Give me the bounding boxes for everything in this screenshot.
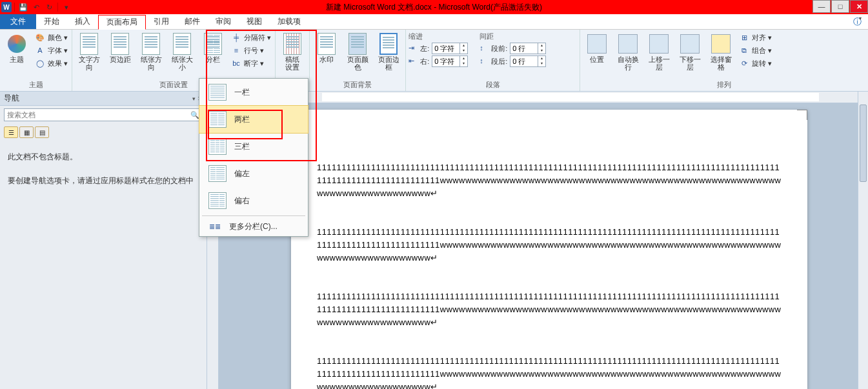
quick-access-toolbar: W 💾 ↶ ↻ ▾ [0,1,72,13]
tab-references[interactable]: 引用 [146,14,177,29]
breaks-button[interactable]: ╪分隔符 ▾ [230,32,272,43]
undo-icon[interactable]: ↶ [30,1,42,13]
title-bar: W 💾 ↶ ↻ ▾ 新建 Microsoft Word 文档.docx - Mi… [0,0,868,14]
watermark-button[interactable]: 水印 [312,32,341,65]
tab-page-layout[interactable]: 页面布局 [98,15,146,30]
spacing-after-spinner[interactable]: ▴▾ [510,55,546,67]
group-page-background: 水印 页面颜色 页面边框 页面背景 [310,30,406,91]
qat-dropdown-icon[interactable]: ▾ [61,1,72,13]
window-title: 新建 Microsoft Word 文档.docx - Microsoft Wo… [326,2,542,13]
indent-left-input[interactable] [432,45,459,52]
position-button[interactable]: 位置 [583,32,611,65]
align-button[interactable]: ⊞对齐 ▾ [738,32,773,43]
nav-view-pages-button[interactable]: ▦ [19,126,34,138]
nav-search-input[interactable]: 搜索文档🔍 [4,108,203,121]
tab-home[interactable]: 开始 [36,14,67,29]
theme-fonts-button[interactable]: A字体 ▾ [34,45,69,56]
text-direction-button[interactable]: 文字方向 [75,32,103,73]
page-color-button[interactable]: 页面颜色 [343,32,372,73]
close-button[interactable]: ✕ [850,0,868,13]
columns-more-item[interactable]: ≣≣更多分栏(C)... [199,217,308,236]
spacing-before-row: ↕段前: ▴▾ [479,43,546,54]
indent-left-row: ⇥左: ▴▾ [409,43,468,54]
themes-button[interactable]: 主题 [3,32,31,65]
columns-left-item[interactable]: 偏左 [199,160,308,187]
redo-icon[interactable]: ↻ [43,1,55,13]
save-icon[interactable]: 💾 [17,1,29,13]
vertical-scrollbar[interactable] [858,92,868,389]
tab-view[interactable]: 视图 [239,14,270,29]
spacing-header: 间距 [479,32,546,41]
group-label-paragraph: 段落 [409,79,577,91]
nav-empty-message: 此文档不包含标题。 要创建导航选项卡，请通过应用标题样式在您的文档中 [0,141,207,197]
indent-header: 缩进 [409,32,468,41]
indent-right-spinner[interactable]: ▴▾ [432,55,468,67]
orientation-button[interactable]: 纸张方向 [137,32,165,73]
wrap-text-button[interactable]: 自动换行 [614,32,642,73]
indent-right-input[interactable] [432,57,459,65]
nav-pane-title: 导航 [4,93,19,104]
spacing-after-input[interactable] [510,57,538,65]
grid-settings-button[interactable]: 稿纸 设置 [278,32,307,73]
group-label-themes: 主题 [3,79,69,91]
document-text[interactable]: 1111111111111111111111111111111111111111… [317,135,782,389]
nav-view-results-button[interactable]: ▤ [35,126,49,138]
columns-right-item[interactable]: 偏右 [199,187,308,214]
columns-two-item[interactable]: 两栏 [199,105,308,134]
nav-view-headings-button[interactable]: ☰ [4,126,18,138]
size-button[interactable]: 纸张大小 [168,32,196,73]
margins-button[interactable]: 页边距 [106,32,134,65]
group-page-setup: 文字方向 页边距 纸张方向 纸张大小 分栏 一栏 两栏 三栏 偏左 偏右 ≣≣更… [72,30,276,91]
minimize-button[interactable]: — [812,0,831,13]
ribbon-tabs: 文件 开始 插入 页面布局 引用 邮件 审阅 视图 加载项 ⓘ ▾ [0,14,868,30]
navigation-pane: 导航 ▾ ✕ 搜索文档🔍 ☰ ▦ ▤ 此文档不包含标题。 要创建导航选项卡，请通… [0,92,207,389]
tab-addins[interactable]: 加载项 [270,14,308,29]
spacing-after-row: ↕段后: ▴▾ [479,55,546,67]
hyphenation-button[interactable]: bc断字 ▾ [230,57,272,69]
tab-mailings[interactable]: 邮件 [177,14,208,29]
theme-effects-button[interactable]: ◯效果 ▾ [34,57,69,69]
window-controls: — □ ✕ [812,0,868,13]
nav-view-switcher: ☰ ▦ ▤ [0,124,207,141]
indent-right-row: ⇤右: ▴▾ [409,55,468,67]
word-app-icon: W [1,2,12,12]
nav-pane-header: 导航 ▾ ✕ [0,92,207,106]
tab-review[interactable]: 审阅 [208,14,239,29]
selection-pane-button[interactable]: 选择窗格 [707,32,735,73]
columns-dropdown-menu: 一栏 两栏 三栏 偏左 偏右 ≣≣更多分栏(C)... [199,78,308,237]
tab-insert[interactable]: 插入 [67,14,98,29]
search-icon: 🔍 [190,111,199,119]
bring-forward-button[interactable]: 上移一层 [645,32,673,73]
maximize-button[interactable]: □ [831,0,849,13]
send-backward-button[interactable]: 下移一层 [676,32,704,73]
columns-one-item[interactable]: 一栏 [199,79,308,106]
spacing-before-spinner[interactable]: ▴▾ [510,43,546,54]
group-label-page-background: 页面背景 [312,79,403,91]
group-label-arrange: 排列 [583,79,865,91]
group-paragraph: 缩进 ⇥左: ▴▾ ⇤右: ▴▾ 间距 ↕段前: ▴▾ ↕段后: ▴▾ 段落 [406,30,580,91]
indent-left-spinner[interactable]: ▴▾ [432,43,468,54]
rotate-button[interactable]: ⟳旋转 ▾ [738,57,773,69]
tab-file[interactable]: 文件 [0,14,36,29]
columns-three-item[interactable]: 三栏 [199,133,308,160]
ribbon-collapse-icon[interactable]: ▾ [859,15,867,23]
group-arrange: 位置 自动换行 上移一层 下移一层 选择窗格 ⊞对齐 ▾ ⧉组合 ▾ ⟳旋转 ▾… [580,30,868,91]
scrollbar-thumb[interactable] [860,105,867,182]
line-numbers-button[interactable]: ≡行号 ▾ [230,45,272,56]
page-borders-button[interactable]: 页面边框 [374,32,403,73]
horizontal-ruler[interactable] [219,92,858,103]
ribbon: 主题 🎨颜色 ▾ A字体 ▾ ◯效果 ▾ 主题 文字方向 页边距 纸张方向 纸张… [0,30,868,92]
theme-colors-button[interactable]: 🎨颜色 ▾ [34,32,69,43]
group-themes: 主题 🎨颜色 ▾ A字体 ▾ ◯效果 ▾ 主题 [0,30,72,91]
spacing-before-input[interactable] [510,45,538,52]
group-button[interactable]: ⧉组合 ▾ [738,45,773,56]
columns-button[interactable]: 分栏 [199,32,227,65]
document-page[interactable]: 1111111111111111111111111111111111111111… [291,110,807,389]
